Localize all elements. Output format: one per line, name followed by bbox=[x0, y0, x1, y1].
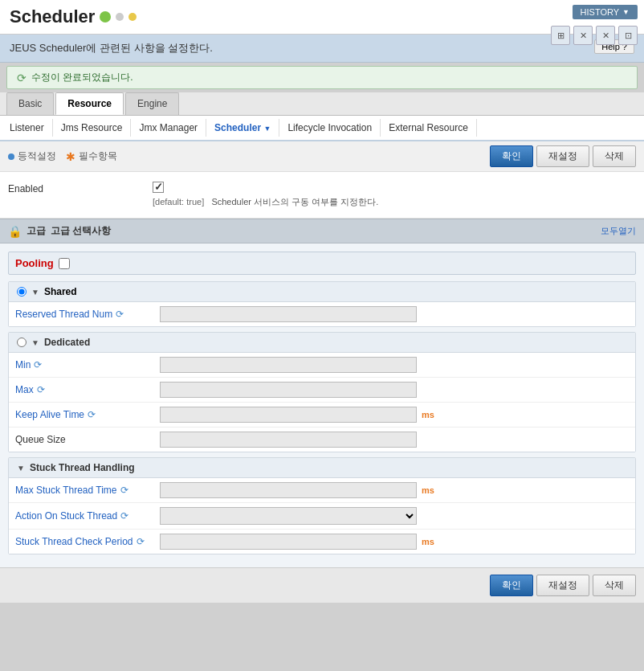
pooling-checkbox[interactable] bbox=[59, 258, 70, 269]
queue-size-label: Queue Size bbox=[15, 434, 160, 445]
max-row: Max ⟳ bbox=[9, 378, 635, 403]
subnav-jmx-manager[interactable]: Jmx Manager bbox=[131, 119, 206, 137]
confirm-button-top[interactable]: 확인 bbox=[490, 145, 533, 167]
min-row: Min ⟳ bbox=[9, 353, 635, 378]
keep-alive-unit: ms bbox=[422, 410, 434, 419]
reserved-thread-row: Reserved Thread Num ⟳ bbox=[9, 302, 635, 326]
toolbar-icon-1[interactable]: ⊞ bbox=[551, 26, 570, 45]
dedicated-section-header[interactable]: ▼ Dedicated bbox=[9, 333, 635, 353]
reset-button-top[interactable]: 재설정 bbox=[536, 145, 589, 167]
reserved-thread-input[interactable] bbox=[160, 306, 417, 322]
content-area: Pooling ▼ Shared Reserved Thread Num ⟳ ▼… bbox=[0, 243, 644, 567]
toolbar-icons: ⊞ ✕ ✕ ⊡ bbox=[551, 26, 638, 45]
max-stuck-time-unit: ms bbox=[422, 485, 434, 495]
advanced-title-text: 고급 bbox=[26, 224, 46, 238]
min-refresh-icon[interactable]: ⟳ bbox=[34, 359, 42, 370]
header: Scheduler HISTORY ▼ ⊞ ✕ ✕ ⊡ bbox=[0, 0, 644, 35]
stuck-check-period-row: Stuck Thread Check Period ⟳ ms bbox=[9, 530, 635, 554]
bottom-bar: 확인 재설정 삭제 bbox=[0, 567, 644, 603]
reserved-thread-label: Reserved Thread Num ⟳ bbox=[15, 309, 160, 320]
enabled-description: [default: true] Scheduler 서비스의 구동 여부를 지정… bbox=[153, 196, 636, 208]
action-on-stuck-select[interactable] bbox=[160, 507, 417, 525]
dedicated-section: ▼ Dedicated Min ⟳ Max ⟳ Keep Alive Time bbox=[8, 332, 636, 452]
stuck-check-period-input-wrapper: ms bbox=[160, 534, 629, 550]
toolbar-icon-2[interactable]: ✕ bbox=[573, 26, 593, 45]
status-circle-green bbox=[100, 11, 111, 23]
stuck-thread-section: ▼ Stuck Thread Handling Max Stuck Thread… bbox=[8, 457, 636, 554]
action-on-stuck-input-wrapper bbox=[160, 507, 629, 525]
action-bar-left: 등적설정 ✱ 필수항목 bbox=[8, 149, 117, 163]
keep-alive-input-wrapper: ms bbox=[160, 407, 629, 423]
action-bar: 등적설정 ✱ 필수항목 확인 재설정 삭제 bbox=[0, 141, 644, 172]
queue-size-input[interactable] bbox=[160, 432, 417, 448]
toolbar-icon-3[interactable]: ✕ bbox=[596, 26, 615, 45]
action-bar-right: 확인 재설정 삭제 bbox=[490, 145, 636, 167]
reset-button-bottom[interactable]: 재설정 bbox=[536, 575, 589, 596]
max-input-wrapper bbox=[160, 382, 629, 398]
info-bar: JEUS Scheduler에 관련된 사항을 설정한다. Help ? bbox=[0, 35, 644, 63]
tabs-container: Basic Resource Engine bbox=[0, 92, 644, 116]
max-input[interactable] bbox=[160, 382, 417, 398]
dedicated-radio[interactable] bbox=[17, 338, 26, 347]
success-bar: ⟳ 수정이 완료되었습니다. bbox=[6, 66, 638, 89]
expand-all-button[interactable]: 모두열기 bbox=[601, 225, 636, 237]
equal-config-label: 등적설정 bbox=[8, 149, 56, 163]
shared-section: ▼ Shared Reserved Thread Num ⟳ bbox=[8, 281, 636, 327]
required-icon: ✱ bbox=[66, 150, 75, 163]
status-circle-gray bbox=[116, 13, 124, 21]
queue-size-row: Queue Size bbox=[9, 428, 635, 452]
pooling-header: Pooling bbox=[8, 252, 636, 275]
enabled-checkbox[interactable] bbox=[153, 182, 164, 193]
shared-label: Shared bbox=[44, 286, 77, 297]
delete-button-top[interactable]: 삭제 bbox=[593, 145, 636, 167]
stuck-thread-header[interactable]: ▼ Stuck Thread Handling bbox=[9, 458, 635, 478]
status-circle-yellow bbox=[128, 13, 137, 21]
max-refresh-icon[interactable]: ⟳ bbox=[37, 384, 45, 395]
action-on-stuck-row: Action On Stuck Thread ⟳ bbox=[9, 503, 635, 530]
tab-basic[interactable]: Basic bbox=[6, 92, 54, 115]
subnav-scheduler[interactable]: Scheduler bbox=[206, 119, 279, 137]
max-stuck-time-refresh-icon[interactable]: ⟳ bbox=[120, 485, 128, 496]
shared-section-header[interactable]: ▼ Shared bbox=[9, 282, 635, 302]
max-stuck-time-label: Max Stuck Thread Time ⟳ bbox=[15, 485, 160, 496]
stuck-check-period-input[interactable] bbox=[160, 534, 417, 550]
lock-icon: 🔒 bbox=[8, 225, 22, 238]
toolbar-icon-4[interactable]: ⊡ bbox=[618, 26, 638, 45]
subnav-jms-resource[interactable]: Jms Resource bbox=[53, 119, 132, 137]
required-label: ✱ 필수항목 bbox=[66, 149, 117, 163]
history-button[interactable]: HISTORY ▼ bbox=[573, 5, 638, 19]
delete-button-bottom[interactable]: 삭제 bbox=[593, 575, 636, 596]
keep-alive-refresh-icon[interactable]: ⟳ bbox=[88, 409, 96, 420]
tabs: Basic Resource Engine bbox=[6, 92, 638, 115]
max-label: Max ⟳ bbox=[15, 384, 160, 395]
action-on-stuck-refresh-icon[interactable]: ⟳ bbox=[120, 510, 128, 522]
subnav-lifecycle[interactable]: Lifecycle Invocation bbox=[279, 119, 381, 137]
reserved-thread-refresh-icon[interactable]: ⟳ bbox=[116, 309, 124, 320]
tab-resource[interactable]: Resource bbox=[55, 92, 124, 115]
subnav-external-resource[interactable]: External Resource bbox=[381, 119, 477, 137]
confirm-button-bottom[interactable]: 확인 bbox=[490, 575, 533, 596]
page-title: Scheduler bbox=[10, 6, 634, 27]
pooling-title: Pooling bbox=[15, 257, 54, 269]
action-on-stuck-label: Action On Stuck Thread ⟳ bbox=[15, 510, 160, 522]
enabled-field-value: [default: true] Scheduler 서비스의 구동 여부를 지정… bbox=[153, 182, 636, 208]
chevron-down-icon: ▼ bbox=[622, 8, 630, 16]
max-stuck-time-input[interactable] bbox=[160, 482, 417, 498]
dedicated-collapse-icon: ▼ bbox=[31, 338, 39, 347]
stuck-check-period-refresh-icon[interactable]: ⟳ bbox=[137, 536, 145, 547]
stuck-check-period-unit: ms bbox=[422, 537, 434, 546]
enabled-label: Enabled bbox=[8, 182, 153, 194]
tab-engine[interactable]: Engine bbox=[125, 92, 179, 115]
enabled-checkbox-row bbox=[153, 182, 636, 193]
subnav-listener[interactable]: Listener bbox=[6, 119, 53, 137]
keep-alive-row: Keep Alive Time ⟳ ms bbox=[9, 403, 635, 428]
max-stuck-time-input-wrapper: ms bbox=[160, 482, 629, 498]
enabled-section: Enabled [default: true] Scheduler 서비스의 구… bbox=[0, 172, 644, 219]
min-input[interactable] bbox=[160, 357, 417, 373]
keep-alive-input[interactable] bbox=[160, 407, 417, 423]
stuck-thread-title: Stuck Thread Handling bbox=[30, 462, 135, 473]
shared-collapse-icon: ▼ bbox=[31, 288, 39, 297]
advanced-section-title: 🔒 고급 고급 선택사항 bbox=[8, 224, 111, 238]
shared-radio[interactable] bbox=[17, 287, 26, 297]
advanced-section-header: 🔒 고급 고급 선택사항 모두열기 bbox=[0, 219, 644, 243]
